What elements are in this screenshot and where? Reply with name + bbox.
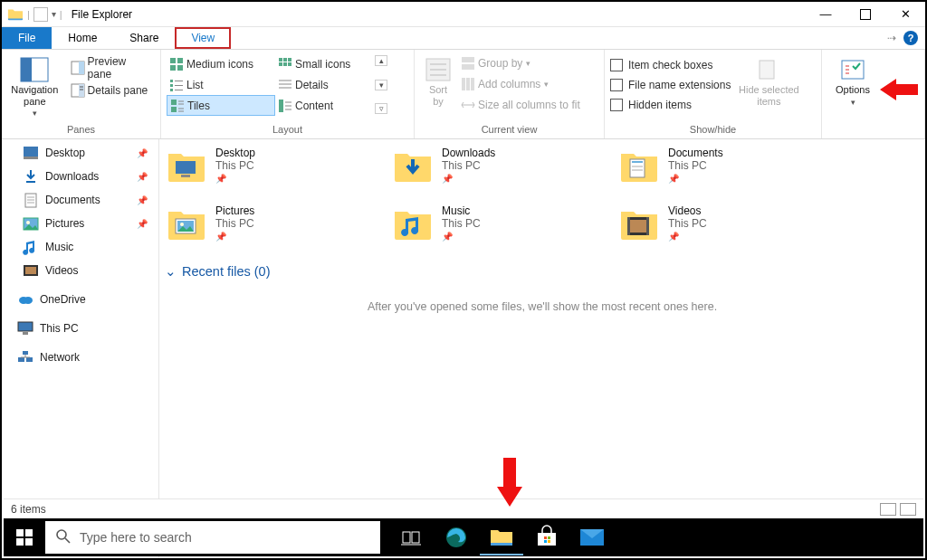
sidebar-item-downloads[interactable]: Downloads📌 [2, 165, 158, 188]
svg-rect-52 [24, 147, 38, 157]
qat-chevron-icon[interactable]: ▾ [52, 9, 56, 19]
help-icon[interactable]: ? [903, 31, 918, 45]
folder-tile[interactable]: VideosThis PC📌 [612, 201, 838, 259]
folder-icon [619, 204, 659, 244]
titlebar: | ▾ | File Explorer — ✕ [2, 2, 925, 27]
add-columns-button[interactable]: Add columns▾ [462, 74, 580, 94]
start-button[interactable] [4, 518, 45, 556]
layout-content[interactable]: Content [275, 95, 375, 116]
svg-rect-47 [760, 61, 774, 79]
thispc-icon [18, 321, 33, 336]
quick-access-dropdown-icon[interactable] [33, 7, 48, 22]
edge-button[interactable] [435, 518, 478, 556]
sort-by-button[interactable]: Sort by [420, 53, 456, 107]
folder-tile[interactable]: DocumentsThis PC📌 [612, 143, 838, 201]
chevron-down-icon: ▾ [526, 59, 530, 68]
large-icons-view-button[interactable] [900, 503, 916, 516]
sidebar-item-network[interactable]: Network [2, 346, 158, 369]
preview-pane-button[interactable]: Preview pane [68, 57, 155, 78]
content-icon [279, 100, 291, 112]
details-pane-button[interactable]: Details pane [68, 80, 155, 100]
group-by-button[interactable]: Group by▾ [462, 53, 580, 73]
layout-expand[interactable]: ▿ [375, 103, 387, 114]
hidden-items-toggle[interactable]: Hidden items [610, 95, 731, 115]
pin-icon: 📌 [137, 195, 148, 205]
folder-name: Desktop [215, 147, 255, 159]
mail-button[interactable] [570, 518, 614, 556]
close-button[interactable]: ✕ [885, 2, 925, 27]
svg-rect-53 [24, 157, 38, 159]
pin-icon: 📌 [442, 174, 495, 184]
sidebar-item-pictures[interactable]: Pictures📌 [2, 212, 158, 235]
pin-icon: 📌 [137, 172, 148, 182]
layout-small-icons[interactable]: Small icons [275, 53, 375, 74]
svg-rect-16 [283, 62, 287, 66]
network-icon [18, 350, 33, 365]
minimize-ribbon-icon[interactable]: ⇢ [887, 32, 896, 44]
svg-rect-33 [279, 100, 283, 112]
minimize-button[interactable]: — [806, 2, 846, 27]
layout-scroll-up[interactable]: ▴ [375, 55, 387, 66]
svg-point-64 [24, 297, 33, 304]
sidebar-item-onedrive[interactable]: OneDrive [2, 288, 158, 311]
taskbar-search[interactable]: Type here to search [45, 521, 380, 554]
svg-rect-67 [18, 357, 24, 362]
folder-icon [393, 204, 433, 244]
item-check-boxes-toggle[interactable]: Item check boxes [610, 55, 731, 75]
layout-medium-icons[interactable]: Medium icons [167, 53, 275, 74]
folder-location: This PC [215, 159, 255, 172]
svg-rect-66 [23, 332, 28, 335]
folder-name: Documents [668, 147, 723, 159]
file-name-extensions-toggle[interactable]: File name extensions [610, 75, 731, 95]
file-explorer-button[interactable] [480, 519, 523, 555]
navigation-pane-icon [20, 57, 49, 82]
checkbox-icon [610, 59, 623, 71]
svg-marker-103 [497, 458, 522, 507]
svg-rect-85 [16, 529, 24, 536]
tab-file[interactable]: File [2, 27, 52, 49]
size-columns-button[interactable]: Size all columns to fit [462, 95, 580, 115]
hide-selected-button[interactable]: Hide selected items [736, 53, 801, 107]
svg-point-60 [26, 221, 30, 224]
group-label-panes: Panes [7, 122, 155, 138]
svg-rect-99 [544, 540, 547, 543]
folder-tile[interactable]: MusicThis PC📌 [386, 201, 612, 259]
svg-rect-43 [462, 78, 465, 90]
options-button[interactable]: Options ▾ [827, 53, 878, 107]
folder-icon [167, 147, 206, 186]
details-view-button[interactable] [880, 503, 896, 516]
sidebar-item-videos[interactable]: Videos [2, 259, 158, 282]
folder-tile[interactable]: DownloadsThis PC📌 [386, 143, 612, 201]
layout-scroll-down[interactable]: ▾ [375, 80, 387, 90]
recent-files-header[interactable]: ⌄ Recent files (0) [159, 259, 925, 282]
svg-rect-82 [630, 220, 646, 233]
group-label-current-view: Current view [420, 122, 598, 138]
details-pane-icon [72, 84, 84, 97]
store-button[interactable] [525, 518, 569, 556]
svg-rect-62 [25, 267, 36, 274]
sidebar-item-desktop[interactable]: Desktop📌 [2, 141, 158, 165]
sidebar-item-this-pc[interactable]: This PC [2, 317, 158, 340]
tab-home[interactable]: Home [52, 27, 113, 49]
svg-rect-86 [25, 529, 33, 536]
layout-list[interactable]: List [167, 74, 275, 95]
sidebar-item-music[interactable]: Music [2, 235, 158, 259]
sidebar-item-documents[interactable]: Documents📌 [2, 188, 158, 212]
onedrive-icon [18, 292, 33, 307]
svg-rect-84 [646, 217, 649, 235]
tab-view[interactable]: View [175, 27, 231, 49]
folder-tile[interactable]: DesktopThis PC📌 [159, 143, 386, 201]
task-view-button[interactable] [389, 518, 433, 556]
tab-share[interactable]: Share [113, 27, 175, 49]
folder-tile[interactable]: PicturesThis PC📌 [159, 201, 386, 259]
checkbox-icon [610, 79, 623, 91]
layout-details[interactable]: Details [275, 74, 375, 95]
layout-tiles[interactable]: Tiles [167, 95, 275, 116]
folder-name: Videos [668, 204, 707, 217]
hide-selected-label: Hide selected items [739, 84, 799, 107]
maximize-button[interactable] [846, 2, 885, 27]
svg-rect-20 [170, 89, 173, 91]
svg-rect-87 [16, 538, 24, 546]
navigation-pane-button[interactable]: Navigation pane ▾ [7, 53, 62, 119]
pin-icon: 📌 [668, 232, 707, 242]
